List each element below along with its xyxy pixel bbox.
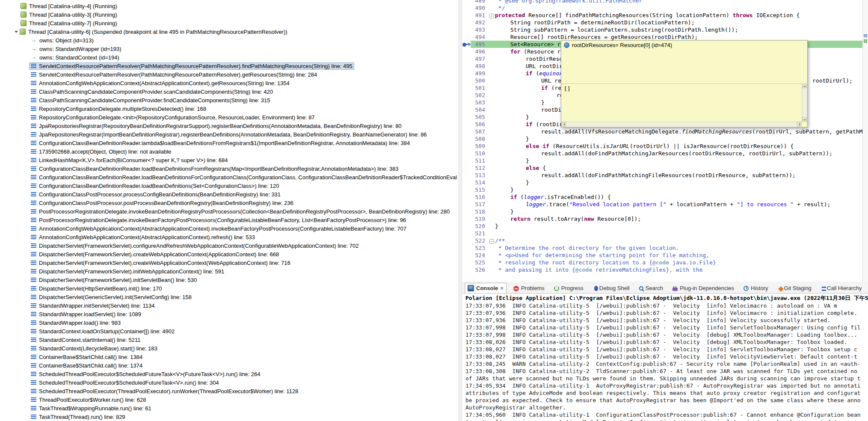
overview-breakpoint-mark[interactable] (864, 34, 867, 37)
debug-tree-row[interactable]: RepositoryConfigurationDelegate.<init>(R… (0, 113, 459, 122)
debug-tree-row[interactable]: ScheduledThreadPoolExecutor$ScheduledFut… (0, 370, 459, 378)
debug-tree-row[interactable]: ConfigurationClassPostProcessor.postProc… (0, 199, 459, 207)
debug-tree-row[interactable]: ClassPathScanningCandidateComponentProvi… (0, 87, 459, 96)
debug-tree-row[interactable]: ConfigurationClassBeanDefinitionReader.l… (0, 139, 459, 147)
debug-tree-row[interactable]: DispatcherServlet(HttpServletBean).init(… (0, 284, 459, 293)
code-line[interactable]: 508} (462, 135, 868, 142)
fold-collapse-icon[interactable]: − (489, 12, 495, 19)
code-line[interactable]: 509else if (ResourceUtils.isJarURL(rootD… (462, 142, 868, 150)
tooltip-horizontal-scrollbar[interactable] (561, 122, 802, 127)
debug-tree-row[interactable]: ClassPathScanningCandidateComponentProvi… (0, 96, 459, 104)
code-line[interactable]: 513result.addAll(doFindPathMatchingFileR… (462, 172, 868, 179)
code-line[interactable]: 507result.addAll(VfsResourceMatchingDele… (462, 128, 868, 135)
code-line[interactable]: 489 * @see org.springframework.util.Path… (462, 0, 868, 4)
debug-tree-row[interactable]: DispatcherServlet(FrameworkServlet).crea… (0, 258, 459, 267)
debug-tree-row[interactable]: Thread [Catalina-utility-3] (Running) (0, 10, 459, 19)
debug-tree-row[interactable]: StandardWrapper.loadServlet() line: 1089 (0, 310, 459, 318)
tooltip-vertical-scrollbar[interactable] (802, 83, 807, 122)
code-line[interactable]: 491−protected Resource[] findPathMatchin… (462, 12, 868, 19)
overview-ruler[interactable] (862, 0, 868, 282)
debug-tree-row[interactable]: RepositoryConfigurationDelegate.multiple… (0, 104, 459, 113)
tab-console[interactable]: Console × (465, 283, 507, 294)
expand-arrow-icon[interactable] (15, 31, 18, 33)
debug-tree-row[interactable]: owns: StandardContext (id=194) (0, 53, 459, 62)
tab-debug-shell[interactable]: Debug Shell (590, 283, 632, 293)
debug-tree-row[interactable]: Thread [Catalina-utility-4] (Running) (0, 2, 459, 10)
code-line[interactable]: 510result.addAll(doFindPathMatchingJarRe… (462, 150, 868, 157)
scroll-up-icon[interactable] (802, 83, 807, 88)
debug-tree-row[interactable]: AnnotationConfigWebApplicationContext(Ab… (0, 224, 459, 233)
debug-tree-row[interactable]: TaskThread(Thread).run() line: 829 (0, 412, 459, 421)
scroll-down-icon[interactable] (802, 117, 807, 122)
debug-tree-row[interactable]: DispatcherServlet(FrameworkServlet).crea… (0, 250, 459, 258)
close-icon[interactable]: × (500, 285, 504, 291)
debug-tree-row[interactable]: StandardContext.loadOnStartup(Container[… (0, 327, 459, 335)
debug-tree-row[interactable]: JpaRepositoriesRegistrar(ImportBeanDefin… (0, 130, 459, 139)
debug-tree-row[interactable]: ScheduledThreadPoolExecutor(ThreadPoolEx… (0, 387, 459, 395)
code-line[interactable]: 521 (462, 230, 868, 237)
debug-tree-row[interactable]: TaskThread$WrappingRunnable.run() line: … (0, 404, 459, 412)
debug-tree-row[interactable]: StandardWrapper.load() line: 983 (0, 318, 459, 327)
debug-tree-row[interactable]: ServletContextResourcePatternResolver(Pa… (0, 62, 459, 70)
tab-call-hierarchy[interactable]: Call Hierarchy (818, 283, 865, 293)
code-line[interactable]: 490 */ (462, 4, 868, 12)
debug-tree-row[interactable]: ConfigurationClassPostProcessor.processC… (0, 190, 459, 199)
tab-problems[interactable]: Problems (511, 283, 547, 293)
code-line[interactable]: 520} (462, 222, 868, 230)
overview-current-line-mark[interactable] (864, 39, 867, 43)
code-line[interactable]: 511} (462, 157, 868, 164)
debug-tree-row[interactable]: LinkedHashMap<K,V>.forEach(BiConsumer<? … (0, 156, 459, 164)
debug-tree-row[interactable]: StandardWrapper.initServlet(Servlet) lin… (0, 301, 459, 310)
scroll-right-icon[interactable] (797, 122, 802, 127)
debug-tree-row[interactable]: owns: StandardWrapper (id=193) (0, 44, 459, 53)
tab-progress[interactable]: Progress (551, 283, 586, 293)
code-line[interactable]: 523 * Determine the root directory for t… (462, 244, 868, 252)
debug-tree-row[interactable]: JpaRepositoriesRegistrar(RepositoryBeanD… (0, 122, 459, 130)
code-line[interactable]: 515} (462, 186, 868, 193)
debug-tree-row[interactable]: PostProcessorRegistrationDelegate.invoke… (0, 216, 459, 224)
debug-tree-row[interactable]: Thread [Catalina-utility-6] (Suspended (… (0, 27, 459, 36)
debug-tree-row[interactable]: ContainerBase$StartChild.call() line: 13… (0, 361, 459, 370)
debug-tree-row[interactable]: ConfigurationClassBeanDefinitionReader.l… (0, 181, 459, 190)
code-line[interactable]: 524 * <p>Used for determining the starti… (462, 252, 868, 259)
code-line[interactable]: 526 * and passing it into {@code retriev… (462, 266, 868, 273)
debug-tree-row[interactable]: StandardContext(LifecycleBase).start() l… (0, 344, 459, 353)
debug-tree-row[interactable]: AnnotationConfigWebApplicationContext(Ab… (0, 79, 459, 87)
debug-tree-row[interactable]: DispatcherServlet(FrameworkServlet).init… (0, 267, 459, 276)
code-line[interactable]: 516if (logger.isTraceEnabled()) { (462, 193, 868, 201)
tab-plugin-dependencies[interactable]: Plug-in Dependencies (670, 283, 737, 293)
debug-tree-row[interactable]: DispatcherServlet(GenericServlet).init(S… (0, 293, 459, 301)
debug-tree-row[interactable]: AnnotationConfigWebApplicationContext(Ab… (0, 233, 459, 241)
console-output[interactable]: 17:33:07,936 INFO Catalina-utility-5 [/w… (462, 302, 868, 421)
code-line[interactable]: 522−/** (462, 237, 868, 244)
code-line[interactable]: 519return result.toArray(new Resource[0]… (462, 215, 868, 222)
debug-tree-row[interactable]: Thread [Catalina-utility-7] (Running) (0, 19, 459, 27)
debug-tree-row[interactable]: ServletContextResourcePatternResolver(Pa… (0, 70, 459, 79)
debug-tree-row[interactable]: PostProcessorRegistrationDelegate.invoke… (0, 207, 459, 216)
debug-tree-row[interactable]: ConfigurationClassBeanDefinitionReader.l… (0, 173, 459, 181)
fold-collapse-icon[interactable]: − (489, 237, 495, 244)
code-line[interactable]: 514} (462, 179, 868, 186)
code-line[interactable]: 494Resource[] rootDirResources = getReso… (462, 33, 868, 41)
code-line[interactable]: 518} (462, 208, 868, 215)
code-line[interactable]: 492String rootDirPath = determineRootDir… (462, 19, 868, 26)
debug-tree-row[interactable]: DispatcherServlet(FrameworkServlet).init… (0, 276, 459, 284)
code-line[interactable]: 512else { (462, 164, 868, 172)
variable-tree-item[interactable]: rootDirResources= Resource[0] (id=474) (561, 41, 807, 50)
debug-tree-row[interactable]: ContainerBase$StartChild.call() line: 13… (0, 353, 459, 361)
code-line[interactable]: 525 * resolving the root directory locat… (462, 259, 868, 266)
code-line[interactable]: 493String subPattern = locationPattern.s… (462, 26, 868, 33)
scroll-left-icon[interactable] (561, 122, 566, 127)
debug-tree-row[interactable]: ConfigurationClassBeanDefinitionReader.l… (0, 164, 459, 173)
tab-search[interactable]: Search (637, 283, 666, 293)
tab-history[interactable]: History (741, 283, 770, 293)
tab-git-staging[interactable]: Git Staging (775, 283, 814, 293)
debug-tree-row[interactable]: ThreadPoolExecutor$Worker.run() line: 62… (0, 395, 459, 404)
vertical-sash[interactable] (459, 0, 462, 421)
debug-tree-row[interactable]: ScheduledThreadPoolExecutor$ScheduledFut… (0, 378, 459, 387)
debug-tree-row[interactable]: DispatcherServlet(FrameworkServlet).conf… (0, 241, 459, 250)
debug-tree-row[interactable]: 1735902668.accept(Object, Object) line: … (0, 147, 459, 156)
code-line[interactable]: 517logger.trace("Resolved location patte… (462, 201, 868, 208)
debug-tree-row[interactable]: StandardContext.startInternal() line: 52… (0, 335, 459, 344)
breakpoint-icon[interactable] (462, 43, 466, 47)
